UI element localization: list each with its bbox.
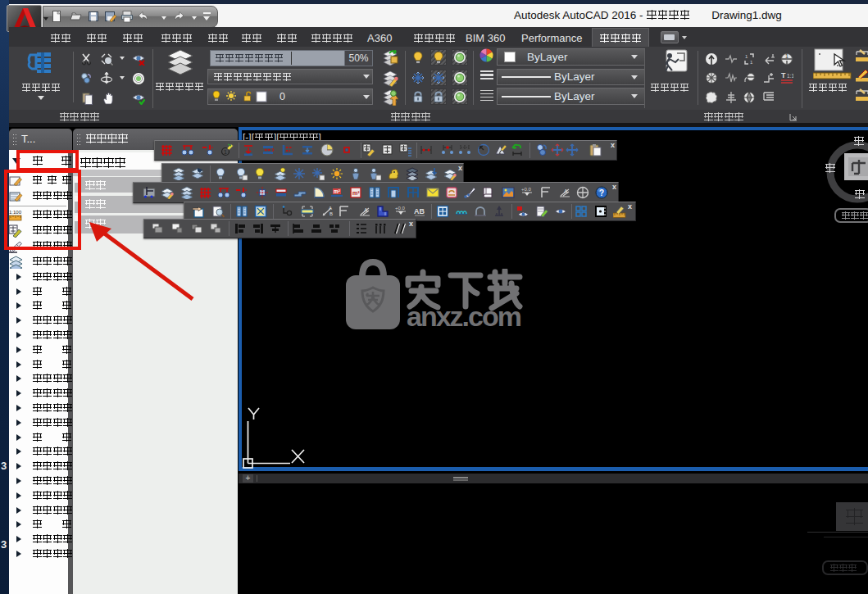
svg-text:T: T bbox=[781, 71, 786, 79]
svg-text:1:10: 1:10 bbox=[787, 73, 793, 79]
svg-text:1: 1 bbox=[785, 53, 788, 59]
svg-text:1: 1 bbox=[750, 60, 753, 65]
svg-text:1: 1 bbox=[745, 54, 748, 59]
